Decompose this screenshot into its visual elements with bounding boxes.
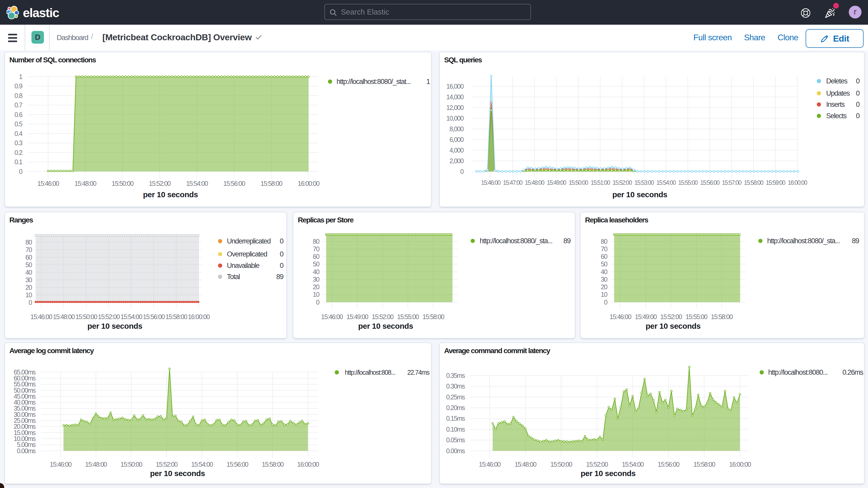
svg-text:15:49:00: 15:49:00: [547, 179, 566, 186]
svg-text:0: 0: [280, 262, 283, 270]
svg-text:15:48:00: 15:48:00: [515, 461, 536, 468]
svg-text:80: 80: [26, 239, 32, 246]
svg-text:0.9: 0.9: [14, 82, 22, 90]
svg-text:0.3: 0.3: [14, 139, 22, 147]
svg-text:15:50:00: 15:50:00: [569, 179, 588, 186]
svg-text:10: 10: [26, 291, 32, 299]
svg-text:0.15ms: 0.15ms: [446, 415, 465, 422]
svg-text:15:46:00: 15:46:00: [610, 313, 631, 321]
svg-text:http://localhost:808...: http://localhost:808...: [345, 369, 395, 376]
svg-text:http://localhost:8080/_sta...: http://localhost:8080/_sta...: [480, 237, 552, 245]
svg-text:15:57:00: 15:57:00: [722, 179, 741, 186]
svg-text:80: 80: [313, 238, 319, 245]
svg-text:15:54:00: 15:54:00: [191, 461, 213, 468]
svg-text:15:56:00: 15:56:00: [700, 179, 720, 186]
svg-text:30: 30: [26, 276, 32, 283]
svg-text:0: 0: [19, 168, 22, 175]
svg-text:16:00:00: 16:00:00: [788, 179, 807, 186]
svg-text:15:58:00: 15:58:00: [744, 179, 764, 186]
svg-text:0.6: 0.6: [14, 111, 22, 118]
svg-text:0: 0: [316, 299, 319, 306]
svg-text:10: 10: [601, 291, 607, 298]
svg-text:Overreplicated: Overreplicated: [227, 250, 267, 258]
svg-text:0.1: 0.1: [14, 158, 22, 165]
svg-text:8,000: 8,000: [450, 125, 463, 132]
svg-text:15:46:00: 15:46:00: [479, 461, 501, 468]
svg-text:0: 0: [604, 299, 607, 306]
svg-text:65.00ms: 65.00ms: [14, 368, 36, 376]
svg-text:70: 70: [313, 245, 319, 252]
svg-text:10,000: 10,000: [446, 115, 464, 122]
svg-text:0: 0: [856, 112, 860, 120]
svg-text:per 10 seconds: per 10 seconds: [612, 190, 667, 199]
svg-text:Updates: Updates: [826, 89, 850, 97]
svg-text:0: 0: [280, 237, 283, 245]
svg-text:15:50:00: 15:50:00: [112, 180, 133, 187]
svg-text:0.05ms: 0.05ms: [446, 436, 465, 444]
svg-text:per 10 seconds: per 10 seconds: [581, 469, 636, 478]
svg-text:1: 1: [426, 78, 430, 86]
svg-text:0: 0: [856, 89, 860, 97]
svg-text:30: 30: [601, 276, 607, 283]
svg-text:15:52:00: 15:52:00: [149, 180, 171, 187]
svg-text:0.8: 0.8: [14, 92, 22, 99]
svg-text:10: 10: [313, 291, 319, 298]
svg-text:per 10 seconds: per 10 seconds: [150, 469, 205, 478]
svg-text:6,000: 6,000: [450, 136, 463, 143]
svg-text:40: 40: [313, 268, 319, 275]
svg-text:15:52:00: 15:52:00: [613, 179, 632, 186]
svg-text:15:56:00: 15:56:00: [223, 180, 245, 187]
svg-text:60: 60: [601, 253, 607, 260]
svg-text:89: 89: [852, 237, 859, 245]
svg-text:15:50:00: 15:50:00: [75, 313, 97, 321]
svg-text:15:47:00: 15:47:00: [503, 179, 523, 186]
svg-text:15:58:00: 15:58:00: [711, 313, 733, 321]
svg-text:30: 30: [313, 276, 319, 283]
svg-text:per 10 seconds: per 10 seconds: [358, 322, 413, 330]
svg-text:15:54:00: 15:54:00: [656, 179, 676, 186]
svg-text:60: 60: [26, 254, 32, 261]
svg-text:15:48:00: 15:48:00: [53, 313, 75, 321]
svg-text:15:48:00: 15:48:00: [85, 461, 107, 468]
svg-text:40: 40: [601, 268, 607, 275]
svg-text:0.20ms: 0.20ms: [446, 404, 465, 411]
svg-text:http://localhost:8080/_sta...: http://localhost:8080/_sta...: [767, 237, 840, 245]
svg-text:15:50:00: 15:50:00: [121, 461, 143, 468]
svg-text:15:55:00: 15:55:00: [686, 313, 707, 321]
svg-text:14,000: 14,000: [446, 93, 464, 100]
svg-text:2,000: 2,000: [450, 157, 463, 164]
svg-text:15:58:00: 15:58:00: [423, 313, 444, 321]
svg-text:15:46:00: 15:46:00: [37, 180, 59, 187]
svg-text:50: 50: [313, 261, 319, 268]
svg-text:0: 0: [856, 100, 860, 109]
svg-text:15:46:00: 15:46:00: [321, 313, 343, 321]
svg-text:Total: Total: [227, 273, 240, 281]
svg-text:16,000: 16,000: [446, 83, 464, 90]
svg-text:0.4: 0.4: [14, 130, 23, 137]
svg-text:70: 70: [26, 246, 32, 253]
svg-text:http://localhost:8080...: http://localhost:8080...: [768, 368, 828, 376]
svg-text:15:51:00: 15:51:00: [591, 179, 610, 186]
svg-text:15:53:00: 15:53:00: [634, 179, 654, 186]
svg-text:40: 40: [26, 269, 32, 276]
svg-text:15:49:00: 15:49:00: [635, 313, 657, 321]
svg-text:89: 89: [276, 273, 283, 281]
svg-text:80: 80: [601, 238, 607, 245]
svg-text:16:00:00: 16:00:00: [729, 461, 751, 468]
svg-text:15:46:00: 15:46:00: [481, 179, 500, 186]
svg-text:0.5: 0.5: [14, 120, 22, 128]
svg-text:0.10ms: 0.10ms: [446, 426, 465, 433]
svg-text:15:49:00: 15:49:00: [346, 313, 368, 321]
svg-text:4,000: 4,000: [450, 147, 463, 154]
svg-text:0.30ms: 0.30ms: [446, 383, 465, 390]
svg-text:15:56:00: 15:56:00: [658, 461, 680, 468]
svg-text:89: 89: [563, 237, 571, 245]
svg-text:0.2: 0.2: [14, 149, 22, 156]
svg-text:0.7: 0.7: [14, 101, 22, 109]
svg-text:15:58:00: 15:58:00: [165, 313, 187, 321]
svg-text:0.35ms: 0.35ms: [446, 372, 465, 379]
svg-text:per 10 seconds: per 10 seconds: [143, 190, 198, 199]
svg-text:20: 20: [26, 284, 32, 291]
svg-text:15:54:00: 15:54:00: [622, 461, 644, 468]
svg-text:http://localhost:8080/_stat...: http://localhost:8080/_stat...: [337, 78, 411, 86]
